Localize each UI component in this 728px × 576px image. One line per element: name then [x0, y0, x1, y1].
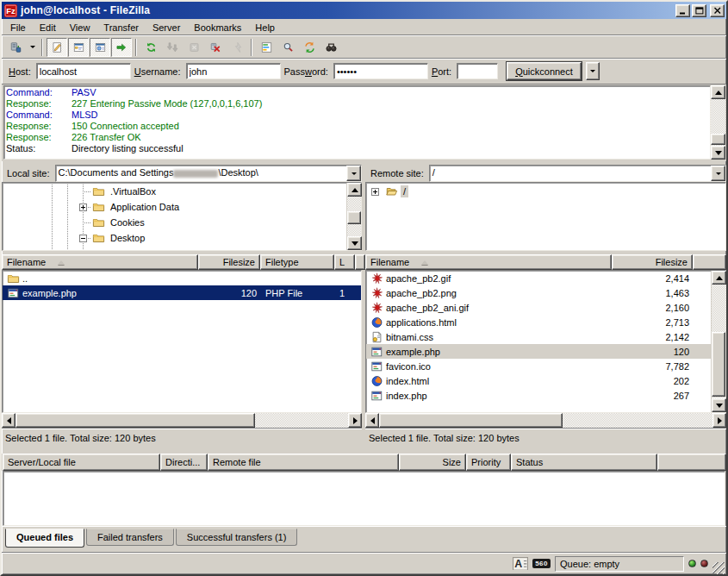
scroll-track[interactable] [347, 197, 361, 236]
column-header-l[interactable]: L [334, 254, 355, 270]
scroll-left-button[interactable] [2, 413, 16, 428]
toggle-local-tree-button[interactable] [68, 38, 89, 57]
menu-item-view[interactable]: View [63, 21, 97, 34]
menu-item-server[interactable]: Server [146, 21, 187, 34]
expand-icon[interactable] [371, 188, 379, 196]
file-row[interactable]: example.php120 [366, 344, 711, 359]
scroll-up-button[interactable] [712, 271, 726, 285]
scroll-down-button[interactable] [712, 398, 726, 412]
file-row[interactable]: example.php120PHP File1 [3, 285, 361, 300]
scroll-down-button[interactable] [711, 146, 725, 160]
local-list-body[interactable]: ..example.php120PHP File1 [3, 271, 361, 412]
quickconnect-dropdown[interactable] [586, 62, 600, 80]
scroll-right-button[interactable] [712, 413, 726, 428]
username-input[interactable] [186, 63, 281, 79]
menu-item-help[interactable]: Help [248, 21, 282, 34]
tab-successful-transfers-[interactable]: Successful transfers (1) [176, 529, 298, 546]
column-header-filename[interactable]: Filename [2, 254, 198, 270]
local-path-combobox[interactable]: C:\Documents and Settings\Desktop\ [55, 165, 362, 182]
menu-item-transfer[interactable]: Transfer [96, 21, 146, 34]
scroll-track[interactable] [379, 413, 712, 428]
tree-item[interactable]: Desktop [3, 230, 346, 246]
local-horizontal-scrollbar[interactable] [2, 413, 362, 428]
tree-item[interactable]: Application Data [3, 199, 346, 215]
column-header-filename[interactable]: Filename [365, 254, 612, 270]
directory-filter-button[interactable] [256, 38, 277, 57]
local-directory-tree[interactable]: .VirtualBoxApplication DataCookiesDeskto… [3, 183, 346, 250]
scroll-right-button[interactable] [348, 413, 362, 428]
port-input[interactable] [457, 63, 498, 79]
queue-column-directi[interactable]: Directi... [160, 454, 208, 471]
column-header-filesize[interactable]: Filesize [612, 254, 693, 270]
file-row[interactable]: index.php267 [366, 388, 711, 403]
log-vertical-scrollbar[interactable] [711, 85, 725, 160]
cancel-operation-button[interactable] [184, 38, 204, 57]
refresh-button[interactable] [140, 38, 161, 57]
scroll-thumb[interactable] [712, 332, 725, 397]
collapse-icon[interactable] [79, 235, 87, 242]
queue-column-priority[interactable]: Priority [466, 454, 511, 471]
file-row[interactable]: .. [3, 271, 361, 285]
queue-column-serverlocalfile[interactable]: Server/Local file [3, 454, 160, 471]
remote-path-dropdown-button[interactable] [711, 166, 725, 181]
tree-item[interactable]: .VirtualBox [3, 184, 346, 199]
queue-column-status[interactable]: Status [511, 454, 657, 471]
remote-list-body[interactable]: apache_pb2.gif2,414apache_pb2.png1,463ap… [366, 271, 711, 412]
process-queue-button[interactable] [162, 38, 183, 57]
file-row[interactable]: favicon.ico7,782 [366, 359, 711, 373]
menu-item-edit[interactable]: Edit [33, 21, 63, 34]
scroll-track[interactable] [712, 285, 725, 398]
tab-queued-files[interactable]: Queued files [5, 529, 84, 548]
directory-comparison-button[interactable] [277, 38, 298, 57]
transfer-type-ascii-icon[interactable]: A [513, 557, 528, 570]
scroll-down-button[interactable] [347, 236, 362, 250]
menu-item-file[interactable]: File [3, 21, 33, 34]
file-row[interactable]: apache_pb2_ani.gif2,160 [366, 300, 711, 315]
quickconnect-button[interactable]: Quickconnect [507, 62, 582, 80]
toggle-message-log-button[interactable] [47, 38, 67, 57]
close-button[interactable] [710, 4, 725, 17]
scroll-thumb[interactable] [711, 134, 725, 145]
queue-splitter[interactable] [2, 447, 726, 454]
scroll-track[interactable] [16, 413, 348, 428]
remote-path-combobox[interactable]: / [429, 165, 726, 182]
find-files-button[interactable] [320, 38, 341, 57]
remote-directory-tree[interactable]: / [366, 183, 725, 250]
local-tree-vertical-scrollbar[interactable] [346, 183, 361, 250]
local-path-dropdown-button[interactable] [346, 166, 361, 181]
password-input[interactable] [333, 63, 428, 79]
scroll-up-button[interactable] [347, 183, 362, 197]
minimize-button[interactable] [675, 4, 690, 17]
scroll-thumb[interactable] [16, 413, 255, 428]
tab-failed-transfers[interactable]: Failed transfers [86, 529, 174, 546]
toggle-transfer-queue-button[interactable] [111, 38, 132, 57]
site-manager-dropdown[interactable] [27, 38, 38, 57]
tree-item[interactable]: / [366, 184, 725, 199]
host-input[interactable] [36, 63, 131, 79]
queue-column-size[interactable]: Size [399, 454, 466, 471]
tree-item[interactable]: Cookies [3, 215, 346, 230]
scroll-up-button[interactable] [711, 85, 725, 99]
column-header-filesize[interactable]: Filesize [198, 254, 260, 270]
resize-grip[interactable] [712, 562, 725, 574]
synchronized-browsing-button[interactable] [299, 38, 320, 57]
menu-item-bookmarks[interactable]: Bookmarks [187, 21, 248, 34]
remote-horizontal-scrollbar[interactable] [365, 413, 726, 428]
file-row[interactable]: index.html202 [366, 373, 711, 388]
scroll-thumb[interactable] [347, 211, 361, 224]
file-row[interactable]: apache_pb2.gif2,414 [366, 271, 711, 285]
scroll-left-button[interactable] [365, 413, 379, 428]
reconnect-button[interactable] [227, 38, 247, 57]
file-row[interactable]: apache_pb2.png1,463 [366, 285, 711, 300]
toggle-remote-tree-button[interactable] [90, 38, 110, 57]
queue-column-remotefile[interactable]: Remote file [208, 454, 399, 471]
file-row[interactable]: applications.html2,713 [366, 315, 711, 329]
speed-limits-icon[interactable]: 560 [532, 559, 551, 568]
remote-vertical-scrollbar[interactable] [711, 271, 725, 412]
scroll-track[interactable] [711, 99, 725, 146]
expand-icon[interactable] [79, 203, 87, 211]
file-row[interactable]: bitnami.css2,142 [366, 329, 711, 344]
maximize-button[interactable] [692, 4, 706, 17]
site-manager-button[interactable] [5, 38, 26, 57]
column-header-filetype[interactable]: Filetype [260, 254, 334, 270]
